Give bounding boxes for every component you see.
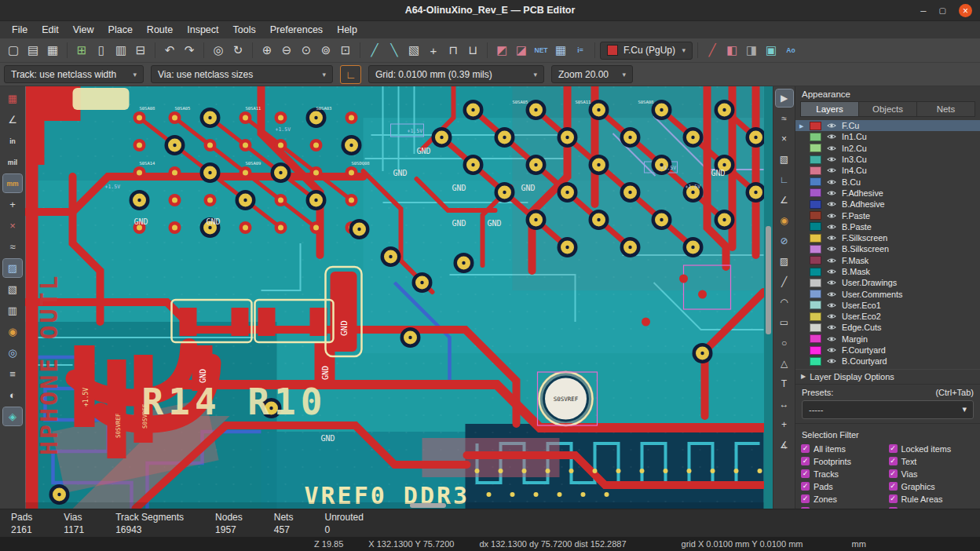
flip-board-icon[interactable]: ◧: [722, 41, 741, 60]
save-icon[interactable]: ▦: [43, 41, 62, 60]
new-board-icon[interactable]: ▢: [4, 41, 23, 60]
zoom-out-icon[interactable]: ⊖: [277, 41, 296, 60]
layer-color-swatch[interactable]: [810, 188, 821, 197]
layer-visibility-eye-icon[interactable]: [826, 155, 837, 164]
menu-view[interactable]: View: [66, 23, 101, 37]
menu-route[interactable]: Route: [140, 23, 180, 37]
layer-color-swatch[interactable]: [810, 346, 821, 355]
3d-viewer-icon[interactable]: ▣: [762, 41, 781, 60]
layer-color-swatch[interactable]: [810, 290, 821, 298]
filter-zones[interactable]: ✓Zones: [801, 494, 887, 504]
horizontal-scrollbar-thumb[interactable]: [410, 503, 446, 508]
filter-rule-areas[interactable]: ✓Rule Areas: [889, 494, 975, 504]
edit-track-icon[interactable]: ╱: [365, 41, 384, 60]
checkbox-checked[interactable]: ✓: [889, 482, 898, 491]
layer-color-swatch[interactable]: [810, 301, 821, 309]
cleanup-tracks-icon[interactable]: ╲: [385, 41, 404, 60]
layer-visibility-eye-icon[interactable]: [826, 233, 837, 243]
checkbox-checked[interactable]: ✓: [801, 469, 810, 478]
layer-color-swatch[interactable]: [810, 211, 821, 220]
layer-color-swatch[interactable]: [810, 279, 821, 287]
layer-row-edge-cuts[interactable]: Edge.Cuts: [795, 322, 980, 333]
layer-row-b-mask[interactable]: B.Mask: [795, 266, 980, 277]
layer-visibility-eye-icon[interactable]: [826, 290, 837, 299]
calculator-icon[interactable]: i=: [571, 41, 590, 60]
units-mm-icon[interactable]: mm: [3, 174, 22, 192]
polar-coords-icon[interactable]: ∠: [3, 111, 22, 129]
selection-filter-tool-icon[interactable]: ▧: [776, 151, 793, 168]
redo-icon[interactable]: ↷: [180, 41, 199, 60]
draw-polygon-icon[interactable]: △: [776, 355, 793, 372]
snap-origin-icon[interactable]: +: [424, 41, 443, 60]
menu-help[interactable]: Help: [330, 23, 364, 37]
layer-visibility-eye-icon[interactable]: [826, 188, 837, 198]
route-diff-pairs-icon[interactable]: ∠: [776, 192, 793, 209]
layer-visibility-eye-icon[interactable]: [826, 323, 837, 332]
pcb-canvas[interactable]: S0SVREF GNDGNDGNDGNDGNDGNDGNDGNDGNDGND +…: [25, 86, 773, 509]
filter-graphics[interactable]: ✓Graphics: [889, 482, 975, 491]
filter-locked-items[interactable]: ✓Locked items: [889, 444, 975, 454]
zone-display-icon[interactable]: ▨: [3, 259, 22, 277]
page-settings-icon[interactable]: ▯: [92, 41, 111, 60]
layer-color-swatch[interactable]: [810, 256, 821, 265]
checkbox-checked[interactable]: ✓: [889, 469, 898, 478]
layer-visibility-eye-icon[interactable]: [826, 334, 837, 344]
route-tracks-icon[interactable]: ∟: [776, 171, 793, 188]
layer-color-swatch[interactable]: [810, 312, 821, 321]
checkbox-checked[interactable]: ✓: [801, 482, 810, 491]
print-icon[interactable]: ▥: [112, 41, 130, 60]
tab-layers[interactable]: Layers: [801, 102, 859, 116]
layer-color-swatch[interactable]: [810, 268, 821, 276]
layer-visibility-eye-icon[interactable]: [826, 345, 837, 355]
draw-rect-icon[interactable]: ▭: [776, 314, 793, 331]
checkbox-checked[interactable]: ✓: [801, 444, 810, 453]
measure-tool-icon[interactable]: ∡: [776, 436, 793, 454]
vertical-scrollbar-thumb[interactable]: [766, 226, 771, 334]
unlock-icon[interactable]: ⊔: [463, 41, 482, 60]
zone-outline-icon[interactable]: ▧: [3, 280, 22, 298]
layer-row-b-cu[interactable]: B.Cu: [795, 176, 980, 187]
layer-visibility-eye-icon[interactable]: [826, 312, 837, 321]
layer-color-swatch[interactable]: [810, 323, 821, 332]
layer-visibility-eye-icon[interactable]: [826, 211, 837, 221]
zoom-fit-objects-icon[interactable]: ⊚: [316, 41, 335, 60]
menu-inspect[interactable]: Inspect: [180, 23, 225, 37]
layer-row-b-courtyard[interactable]: B.Courtyard: [795, 356, 980, 367]
checkbox-checked[interactable]: ✓: [801, 457, 810, 465]
layer-visibility-eye-icon[interactable]: [826, 356, 837, 366]
layer-row-f-mask[interactable]: F.Mask: [795, 255, 980, 266]
layer-visibility-eye-icon[interactable]: [826, 301, 837, 310]
set-origin-icon[interactable]: +: [776, 416, 793, 433]
layer-row-b-paste[interactable]: B.Paste: [795, 221, 980, 232]
layer-visibility-eye-icon[interactable]: [826, 121, 837, 130]
layer-row-user-eco1[interactable]: User.Eco1: [795, 300, 980, 311]
layer-row-f-adhesive[interactable]: F.Adhesive: [795, 188, 980, 199]
filter-vias[interactable]: ✓Vias: [889, 469, 975, 479]
appearance-manager-icon[interactable]: ◈: [3, 407, 22, 425]
track-width-dropdown[interactable]: Track: use netclass width ▾: [4, 65, 144, 83]
layer-row-user-drawings[interactable]: User.Drawings: [795, 277, 980, 288]
layer-visibility-eye-icon[interactable]: [826, 267, 837, 276]
refresh-icon[interactable]: ↻: [229, 41, 247, 60]
menu-file[interactable]: File: [5, 23, 35, 37]
layer-row-f-silkscreen[interactable]: F.Silkscreen: [795, 232, 980, 243]
zoom-fit-icon[interactable]: ⊙: [297, 41, 316, 60]
tab-nets[interactable]: Nets: [917, 102, 975, 116]
layer-color-swatch[interactable]: [810, 234, 821, 243]
layer-visibility-eye-icon[interactable]: [826, 278, 837, 287]
layer-row-margin[interactable]: Margin: [795, 334, 980, 345]
lock-icon[interactable]: ⊓: [444, 41, 463, 60]
layer-color-swatch[interactable]: [810, 334, 821, 343]
tracks-sketch-icon[interactable]: ≡: [3, 365, 22, 383]
add-text-icon[interactable]: T: [776, 375, 793, 392]
layer-color-swatch[interactable]: [810, 122, 821, 130]
vias-filled-icon[interactable]: ◎: [3, 344, 22, 362]
layer-color-swatch[interactable]: [810, 166, 821, 175]
curved-ratsnest-icon[interactable]: ≈: [3, 238, 22, 256]
filter-pads[interactable]: ✓Pads: [801, 482, 887, 491]
maximize-button[interactable]: ▢: [939, 7, 946, 15]
vertical-scrollbar[interactable]: [764, 86, 773, 509]
zoom-selection-icon[interactable]: ⊡: [336, 41, 355, 60]
layer-row-user-eco2[interactable]: User.Eco2: [795, 311, 980, 322]
checkbox-checked[interactable]: ✓: [889, 494, 898, 503]
